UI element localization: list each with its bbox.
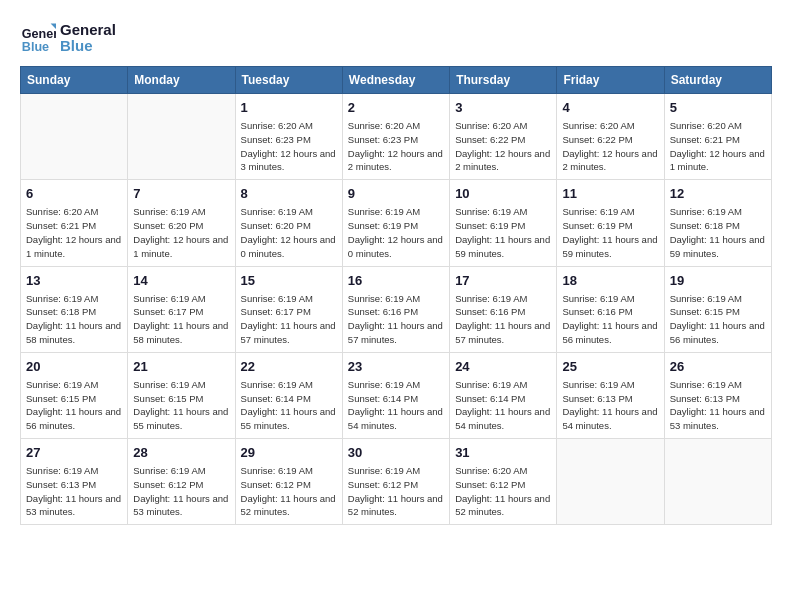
day-info: Sunrise: 6:19 AM Sunset: 6:14 PM Dayligh…: [241, 378, 337, 433]
day-info: Sunrise: 6:20 AM Sunset: 6:21 PM Dayligh…: [670, 119, 766, 174]
day-info: Sunrise: 6:19 AM Sunset: 6:17 PM Dayligh…: [133, 292, 229, 347]
day-info: Sunrise: 6:19 AM Sunset: 6:14 PM Dayligh…: [348, 378, 444, 433]
day-number: 10: [455, 185, 551, 203]
day-number: 16: [348, 272, 444, 290]
day-info: Sunrise: 6:19 AM Sunset: 6:19 PM Dayligh…: [348, 205, 444, 260]
day-info: Sunrise: 6:19 AM Sunset: 6:15 PM Dayligh…: [133, 378, 229, 433]
day-cell: 24Sunrise: 6:19 AM Sunset: 6:14 PM Dayli…: [450, 352, 557, 438]
day-cell: 10Sunrise: 6:19 AM Sunset: 6:19 PM Dayli…: [450, 180, 557, 266]
day-cell: 21Sunrise: 6:19 AM Sunset: 6:15 PM Dayli…: [128, 352, 235, 438]
day-cell: 23Sunrise: 6:19 AM Sunset: 6:14 PM Dayli…: [342, 352, 449, 438]
day-cell: 7Sunrise: 6:19 AM Sunset: 6:20 PM Daylig…: [128, 180, 235, 266]
day-cell: [664, 439, 771, 525]
weekday-monday: Monday: [128, 67, 235, 94]
day-info: Sunrise: 6:19 AM Sunset: 6:18 PM Dayligh…: [26, 292, 122, 347]
day-number: 19: [670, 272, 766, 290]
day-number: 29: [241, 444, 337, 462]
day-info: Sunrise: 6:19 AM Sunset: 6:16 PM Dayligh…: [455, 292, 551, 347]
calendar: SundayMondayTuesdayWednesdayThursdayFrid…: [20, 66, 772, 525]
week-row-5: 27Sunrise: 6:19 AM Sunset: 6:13 PM Dayli…: [21, 439, 772, 525]
day-info: Sunrise: 6:19 AM Sunset: 6:15 PM Dayligh…: [26, 378, 122, 433]
day-number: 12: [670, 185, 766, 203]
day-cell: 20Sunrise: 6:19 AM Sunset: 6:15 PM Dayli…: [21, 352, 128, 438]
day-cell: 13Sunrise: 6:19 AM Sunset: 6:18 PM Dayli…: [21, 266, 128, 352]
day-info: Sunrise: 6:20 AM Sunset: 6:23 PM Dayligh…: [241, 119, 337, 174]
day-number: 14: [133, 272, 229, 290]
day-number: 22: [241, 358, 337, 376]
svg-text:Blue: Blue: [22, 40, 49, 54]
calendar-header: SundayMondayTuesdayWednesdayThursdayFrid…: [21, 67, 772, 94]
day-info: Sunrise: 6:20 AM Sunset: 6:12 PM Dayligh…: [455, 464, 551, 519]
day-number: 17: [455, 272, 551, 290]
day-cell: 4Sunrise: 6:20 AM Sunset: 6:22 PM Daylig…: [557, 94, 664, 180]
logo-icon: General Blue: [20, 20, 56, 56]
day-cell: 25Sunrise: 6:19 AM Sunset: 6:13 PM Dayli…: [557, 352, 664, 438]
week-row-3: 13Sunrise: 6:19 AM Sunset: 6:18 PM Dayli…: [21, 266, 772, 352]
day-number: 26: [670, 358, 766, 376]
day-cell: 11Sunrise: 6:19 AM Sunset: 6:19 PM Dayli…: [557, 180, 664, 266]
week-row-1: 1Sunrise: 6:20 AM Sunset: 6:23 PM Daylig…: [21, 94, 772, 180]
day-info: Sunrise: 6:19 AM Sunset: 6:18 PM Dayligh…: [670, 205, 766, 260]
day-number: 23: [348, 358, 444, 376]
day-cell: 2Sunrise: 6:20 AM Sunset: 6:23 PM Daylig…: [342, 94, 449, 180]
day-info: Sunrise: 6:19 AM Sunset: 6:13 PM Dayligh…: [26, 464, 122, 519]
day-number: 21: [133, 358, 229, 376]
day-number: 7: [133, 185, 229, 203]
day-info: Sunrise: 6:19 AM Sunset: 6:15 PM Dayligh…: [670, 292, 766, 347]
day-cell: 27Sunrise: 6:19 AM Sunset: 6:13 PM Dayli…: [21, 439, 128, 525]
day-cell: 6Sunrise: 6:20 AM Sunset: 6:21 PM Daylig…: [21, 180, 128, 266]
day-cell: 12Sunrise: 6:19 AM Sunset: 6:18 PM Dayli…: [664, 180, 771, 266]
day-info: Sunrise: 6:19 AM Sunset: 6:13 PM Dayligh…: [562, 378, 658, 433]
day-cell: 9Sunrise: 6:19 AM Sunset: 6:19 PM Daylig…: [342, 180, 449, 266]
header: General Blue General Blue: [20, 20, 772, 56]
day-cell: 29Sunrise: 6:19 AM Sunset: 6:12 PM Dayli…: [235, 439, 342, 525]
day-cell: 15Sunrise: 6:19 AM Sunset: 6:17 PM Dayli…: [235, 266, 342, 352]
day-number: 5: [670, 99, 766, 117]
day-info: Sunrise: 6:19 AM Sunset: 6:20 PM Dayligh…: [241, 205, 337, 260]
day-number: 27: [26, 444, 122, 462]
day-cell: 8Sunrise: 6:19 AM Sunset: 6:20 PM Daylig…: [235, 180, 342, 266]
day-cell: 30Sunrise: 6:19 AM Sunset: 6:12 PM Dayli…: [342, 439, 449, 525]
day-number: 28: [133, 444, 229, 462]
day-number: 30: [348, 444, 444, 462]
day-cell: [557, 439, 664, 525]
weekday-sunday: Sunday: [21, 67, 128, 94]
day-info: Sunrise: 6:20 AM Sunset: 6:23 PM Dayligh…: [348, 119, 444, 174]
day-number: 2: [348, 99, 444, 117]
day-cell: 17Sunrise: 6:19 AM Sunset: 6:16 PM Dayli…: [450, 266, 557, 352]
day-number: 15: [241, 272, 337, 290]
day-number: 31: [455, 444, 551, 462]
day-number: 18: [562, 272, 658, 290]
day-cell: [21, 94, 128, 180]
week-row-2: 6Sunrise: 6:20 AM Sunset: 6:21 PM Daylig…: [21, 180, 772, 266]
week-row-4: 20Sunrise: 6:19 AM Sunset: 6:15 PM Dayli…: [21, 352, 772, 438]
day-cell: 28Sunrise: 6:19 AM Sunset: 6:12 PM Dayli…: [128, 439, 235, 525]
day-number: 4: [562, 99, 658, 117]
day-cell: 26Sunrise: 6:19 AM Sunset: 6:13 PM Dayli…: [664, 352, 771, 438]
day-info: Sunrise: 6:19 AM Sunset: 6:16 PM Dayligh…: [562, 292, 658, 347]
day-cell: 19Sunrise: 6:19 AM Sunset: 6:15 PM Dayli…: [664, 266, 771, 352]
weekday-thursday: Thursday: [450, 67, 557, 94]
logo-blue: Blue: [60, 38, 116, 55]
day-info: Sunrise: 6:19 AM Sunset: 6:12 PM Dayligh…: [241, 464, 337, 519]
day-cell: 22Sunrise: 6:19 AM Sunset: 6:14 PM Dayli…: [235, 352, 342, 438]
weekday-tuesday: Tuesday: [235, 67, 342, 94]
day-cell: 18Sunrise: 6:19 AM Sunset: 6:16 PM Dayli…: [557, 266, 664, 352]
day-number: 25: [562, 358, 658, 376]
day-info: Sunrise: 6:19 AM Sunset: 6:14 PM Dayligh…: [455, 378, 551, 433]
day-number: 20: [26, 358, 122, 376]
day-cell: 3Sunrise: 6:20 AM Sunset: 6:22 PM Daylig…: [450, 94, 557, 180]
day-info: Sunrise: 6:20 AM Sunset: 6:22 PM Dayligh…: [562, 119, 658, 174]
day-info: Sunrise: 6:19 AM Sunset: 6:20 PM Dayligh…: [133, 205, 229, 260]
day-info: Sunrise: 6:19 AM Sunset: 6:13 PM Dayligh…: [670, 378, 766, 433]
weekday-friday: Friday: [557, 67, 664, 94]
day-info: Sunrise: 6:19 AM Sunset: 6:19 PM Dayligh…: [455, 205, 551, 260]
day-info: Sunrise: 6:19 AM Sunset: 6:12 PM Dayligh…: [133, 464, 229, 519]
weekday-saturday: Saturday: [664, 67, 771, 94]
logo-general: General: [60, 22, 116, 39]
day-info: Sunrise: 6:19 AM Sunset: 6:12 PM Dayligh…: [348, 464, 444, 519]
day-info: Sunrise: 6:19 AM Sunset: 6:17 PM Dayligh…: [241, 292, 337, 347]
day-cell: 14Sunrise: 6:19 AM Sunset: 6:17 PM Dayli…: [128, 266, 235, 352]
weekday-wednesday: Wednesday: [342, 67, 449, 94]
day-cell: 31Sunrise: 6:20 AM Sunset: 6:12 PM Dayli…: [450, 439, 557, 525]
